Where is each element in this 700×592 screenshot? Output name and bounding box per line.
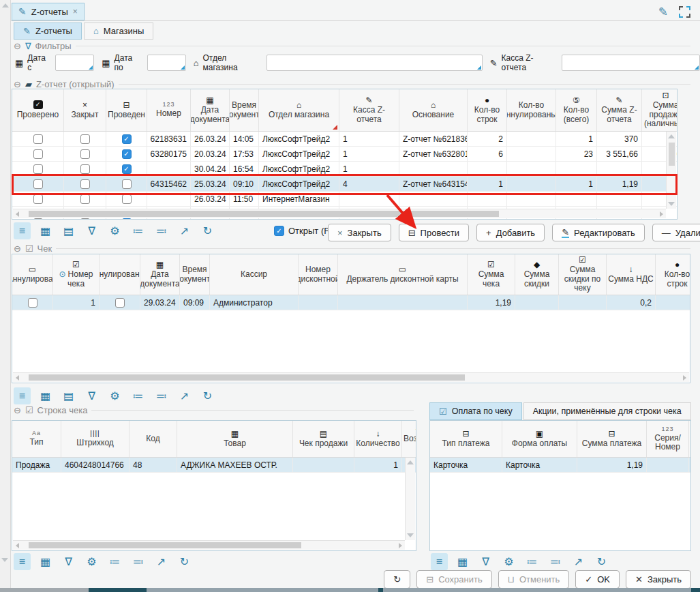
scroll-left-icon[interactable] bbox=[16, 543, 19, 548]
scroll-up-icon[interactable] bbox=[668, 134, 675, 138]
column-header[interactable]: ☑Сумма чека bbox=[468, 254, 515, 295]
table-row[interactable]: 6431546225.03.2409:10ЛюксСофтТрейд24Z-от… bbox=[12, 177, 678, 192]
vertical-scrollbar[interactable] bbox=[405, 458, 415, 540]
scrollbar-thumb[interactable] bbox=[29, 542, 301, 548]
row-checkbox[interactable] bbox=[80, 179, 90, 189]
fullscreen-icon[interactable] bbox=[679, 6, 690, 18]
grid-view-icon[interactable]: ▦ bbox=[37, 553, 54, 570]
close-button[interactable]: ✕Закрыть bbox=[626, 570, 691, 589]
column-header[interactable]: Кол-во аннулированых bbox=[507, 89, 556, 131]
column-header[interactable]: 123Номер bbox=[147, 89, 191, 131]
close-report-button[interactable]: ×Закрыть bbox=[328, 224, 391, 241]
refresh-icon[interactable]: ↻ bbox=[199, 222, 216, 239]
table-row[interactable]: 129.03.2409:09Администратор1,190,21 bbox=[12, 295, 690, 310]
row-checkbox[interactable] bbox=[122, 149, 132, 159]
tab-close-icon[interactable]: × bbox=[73, 7, 78, 16]
row-checkbox[interactable] bbox=[28, 298, 37, 308]
external-link-icon[interactable]: ↗ bbox=[176, 387, 193, 404]
horizontal-scrollbar[interactable] bbox=[13, 540, 405, 550]
row-checkbox[interactable] bbox=[33, 194, 43, 204]
table-row[interactable]: 30.04.2416:54ЛюксСофтТрейд21 bbox=[12, 162, 678, 177]
column-header[interactable]: ⌂Отдел магазина bbox=[259, 89, 339, 131]
row-checkbox[interactable] bbox=[80, 149, 90, 159]
list-view-icon[interactable]: ≡ bbox=[14, 222, 31, 239]
filter-icon[interactable]: ∇ bbox=[477, 553, 494, 570]
column-header[interactable]: Аннулированый bbox=[100, 254, 140, 295]
scroll-right-icon[interactable] bbox=[399, 543, 402, 548]
column-header[interactable]: ✎Сумма Z-отчета bbox=[597, 89, 642, 131]
checkbox[interactable] bbox=[274, 226, 284, 236]
settings-gear-icon[interactable]: ⚙ bbox=[106, 387, 123, 404]
sort-asc-icon[interactable]: ⊙ bbox=[59, 269, 66, 279]
column-header[interactable]: Время документа bbox=[180, 254, 210, 295]
settings-gear-icon[interactable]: ⚙ bbox=[500, 553, 517, 570]
delete-button[interactable]: —Удалить bbox=[652, 224, 700, 241]
column-header[interactable]: ▭Держатель дисконтной карты bbox=[338, 254, 468, 295]
settings-gear-icon[interactable]: ⚙ bbox=[83, 553, 100, 570]
zreport-cashbox-input[interactable] bbox=[562, 55, 699, 70]
scroll-down-icon[interactable] bbox=[407, 533, 414, 537]
scroll-down-icon[interactable] bbox=[1, 558, 8, 562]
scroll-left-icon[interactable] bbox=[16, 211, 19, 217]
filter-icon[interactable]: ∇ bbox=[60, 553, 77, 570]
edit-button[interactable]: ✎Редактировать bbox=[552, 224, 645, 241]
row-checkbox[interactable] bbox=[33, 134, 43, 144]
grid-view-icon[interactable]: ▦ bbox=[37, 387, 54, 404]
add-row-icon[interactable]: ≕ bbox=[130, 553, 147, 570]
column-header[interactable]: ▭Аннулирован bbox=[12, 254, 53, 295]
column-header[interactable]: ⊡Сумма продажа (наличные) bbox=[642, 89, 678, 131]
external-link-icon[interactable]: ↗ bbox=[153, 553, 170, 570]
refresh-button[interactable]: ↻ bbox=[384, 570, 410, 589]
numbered-list-icon[interactable]: ≔ bbox=[106, 553, 123, 570]
add-button[interactable]: +Добавить bbox=[476, 224, 545, 241]
column-header[interactable]: ⊟Сумма платежа bbox=[577, 421, 647, 457]
column-header[interactable]: Время документа bbox=[230, 89, 259, 131]
row-checkbox[interactable] bbox=[33, 179, 43, 189]
column-header[interactable]: Номер дисконтной bbox=[299, 254, 338, 295]
refresh-icon[interactable]: ↻ bbox=[176, 553, 193, 570]
numbered-list-icon[interactable]: ≔ bbox=[130, 222, 147, 239]
row-checkbox[interactable] bbox=[115, 298, 125, 308]
ok-button[interactable]: ✓OK bbox=[575, 570, 620, 589]
column-header[interactable]: ✎Касса Z-отчета bbox=[339, 89, 399, 131]
row-checkbox[interactable] bbox=[80, 194, 90, 204]
column-header[interactable]: AaТип bbox=[12, 421, 61, 457]
scroll-right-icon[interactable] bbox=[660, 211, 663, 217]
column-header[interactable]: ▦Дата документа bbox=[191, 89, 230, 131]
filter-icon[interactable]: ∇ bbox=[83, 222, 100, 239]
column-header[interactable]: ▤Чек продажи bbox=[293, 421, 354, 457]
refresh-icon[interactable]: ↻ bbox=[199, 387, 216, 404]
row-checkbox[interactable] bbox=[122, 134, 132, 144]
list-view-icon[interactable]: ≡ bbox=[431, 553, 448, 570]
add-row-icon[interactable]: ≕ bbox=[153, 387, 170, 404]
vertical-scrollbar[interactable] bbox=[666, 132, 676, 209]
settings-gear-icon[interactable]: ⚙ bbox=[106, 222, 123, 239]
calendar-view-icon[interactable]: ▤ bbox=[60, 387, 77, 404]
column-header[interactable]: 123Серия/Номер bbox=[647, 421, 689, 457]
row-checkbox[interactable] bbox=[80, 164, 90, 174]
table-row[interactable]: Продажа460424801476648АДЖИКА МАХЕЕВ ОСТР… bbox=[12, 458, 416, 473]
collapse-icon[interactable]: ⊖ bbox=[14, 80, 21, 89]
grid-view-icon[interactable]: ▦ bbox=[454, 553, 471, 570]
list-view-icon[interactable]: ≡ bbox=[14, 387, 31, 404]
scroll-down-icon[interactable] bbox=[668, 202, 675, 206]
row-checkbox[interactable] bbox=[33, 149, 43, 159]
grid-view-icon[interactable]: ▦ bbox=[37, 222, 54, 239]
column-header[interactable]: ●Кол-во строк bbox=[468, 89, 507, 131]
column-header[interactable]: ◆Сумма скидки bbox=[515, 254, 559, 295]
store-dept-input[interactable] bbox=[267, 55, 482, 70]
column-header[interactable]: ▦Дата документа bbox=[140, 254, 180, 295]
scrollbar-thumb[interactable] bbox=[669, 143, 675, 166]
horizontal-scrollbar[interactable] bbox=[13, 372, 689, 382]
scroll-up-icon[interactable] bbox=[2, 3, 9, 8]
date-to-input[interactable] bbox=[148, 55, 185, 70]
table-row[interactable]: 26.03.2411:50ИнтернетМагазин bbox=[12, 192, 678, 207]
calendar-view-icon[interactable]: ▤ bbox=[60, 222, 77, 239]
row-checkbox[interactable] bbox=[33, 164, 43, 174]
cancel-button[interactable]: ⊔Отменить bbox=[498, 570, 570, 589]
table-row[interactable]: 6218363126.03.2414:05ЛюксСофтТрейд21Z-от… bbox=[12, 132, 678, 147]
row-checkbox[interactable] bbox=[122, 194, 132, 204]
column-header[interactable]: ⌂Основание bbox=[399, 89, 468, 131]
scroll-right-icon[interactable] bbox=[683, 375, 686, 381]
external-link-icon[interactable]: ↗ bbox=[176, 222, 193, 239]
